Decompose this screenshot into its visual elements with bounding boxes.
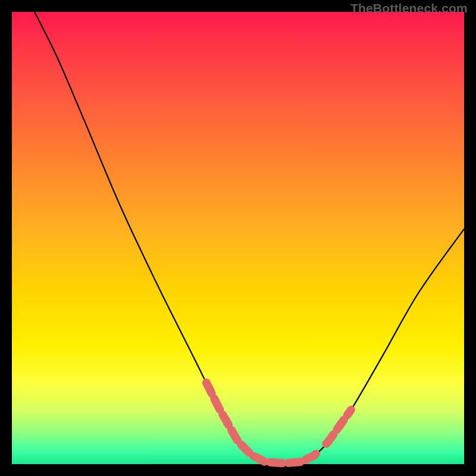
chart-frame: TheBottleneck.com — [0, 0, 476, 476]
plot-area — [12, 12, 464, 464]
highlight-segment-1 — [254, 450, 320, 463]
watermark-text: TheBottleneck.com — [350, 1, 468, 15]
bottleneck-curve-path — [35, 12, 464, 463]
highlight-segment-2 — [326, 410, 351, 444]
highlight-segment-0 — [206, 383, 249, 453]
highlight-segments — [206, 383, 351, 463]
curve-layer — [12, 12, 464, 464]
